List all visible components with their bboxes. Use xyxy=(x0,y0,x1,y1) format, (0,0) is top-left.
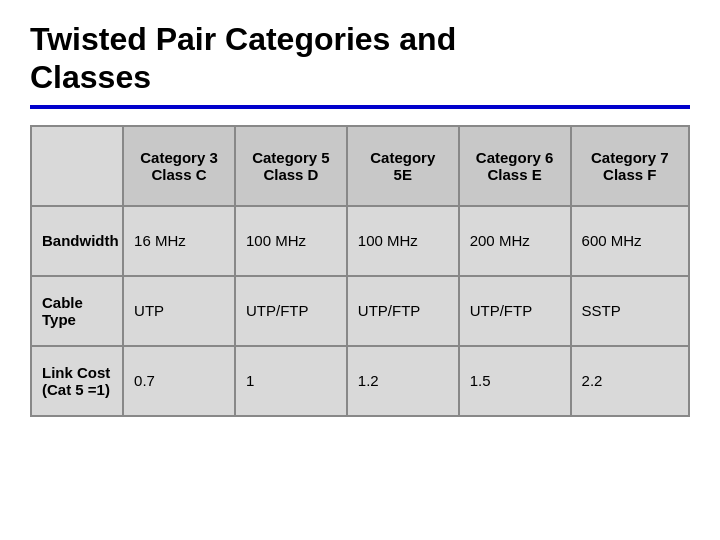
bandwidth-cat7: 600 MHz xyxy=(571,206,689,276)
cabletype-cat3: UTP xyxy=(123,276,235,346)
linkcost-cat5: 1 xyxy=(235,346,347,416)
header-empty xyxy=(31,126,123,206)
table-row-cabletype: Cable Type UTP UTP/FTP UTP/FTP UTP/FTP S… xyxy=(31,276,689,346)
linkcost-cat6: 1.5 xyxy=(459,346,571,416)
cabletype-cat5: UTP/FTP xyxy=(235,276,347,346)
categories-table: Category 3Class C Category 5Class D Cate… xyxy=(30,125,690,417)
header-cat7: Category 7Class F xyxy=(571,126,689,206)
label-bandwidth: Bandwidth xyxy=(31,206,123,276)
table-row-linkcost: Link Cost(Cat 5 =1) 0.7 1 1.2 1.5 2.2 xyxy=(31,346,689,416)
cabletype-cat6: UTP/FTP xyxy=(459,276,571,346)
header-cat5: Category 5Class D xyxy=(235,126,347,206)
header-cat6: Category 6Class E xyxy=(459,126,571,206)
linkcost-cat7: 2.2 xyxy=(571,346,689,416)
cabletype-cat7: SSTP xyxy=(571,276,689,346)
title-underline xyxy=(30,105,690,109)
bandwidth-cat5: 100 MHz xyxy=(235,206,347,276)
linkcost-cat3: 0.7 xyxy=(123,346,235,416)
label-cabletype: Cable Type xyxy=(31,276,123,346)
label-linkcost: Link Cost(Cat 5 =1) xyxy=(31,346,123,416)
linkcost-cat5e: 1.2 xyxy=(347,346,459,416)
page-title: Twisted Pair Categories and Classes xyxy=(30,20,690,97)
bandwidth-cat5e: 100 MHz xyxy=(347,206,459,276)
header-cat3: Category 3Class C xyxy=(123,126,235,206)
table-row-bandwidth: Bandwidth 16 MHz 100 MHz 100 MHz 200 MHz… xyxy=(31,206,689,276)
page-container: Twisted Pair Categories and Classes Cate… xyxy=(0,0,720,540)
header-cat5e: Category5E xyxy=(347,126,459,206)
bandwidth-cat3: 16 MHz xyxy=(123,206,235,276)
bandwidth-cat6: 200 MHz xyxy=(459,206,571,276)
cabletype-cat5e: UTP/FTP xyxy=(347,276,459,346)
